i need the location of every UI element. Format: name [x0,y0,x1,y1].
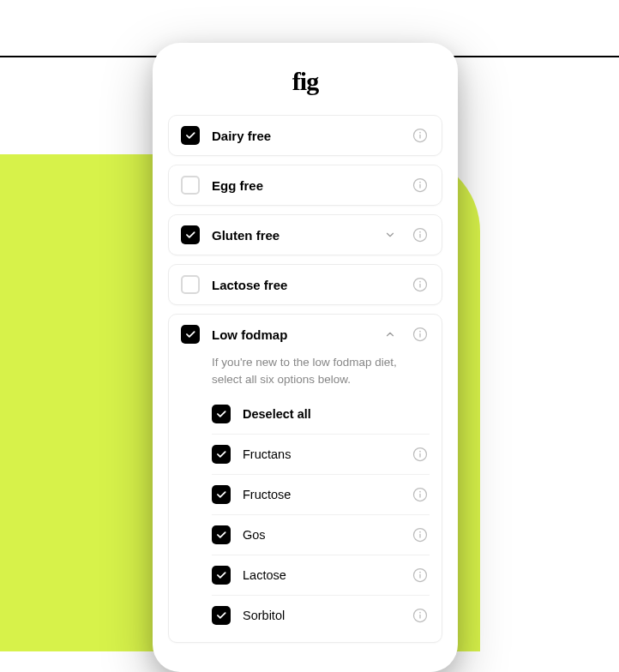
low-fodmap-hint: If you're new to the low fodmap diet, se… [212,354,430,387]
deselect-all-row[interactable]: Deselect all [212,401,430,434]
checkbox-low-fodmap[interactable] [181,325,200,344]
svg-point-22 [419,531,421,533]
deselect-all-label: Deselect all [243,407,430,421]
sub-item-label: Fructose [243,488,399,501]
svg-point-16 [419,451,421,453]
checkbox-dairy-free[interactable] [181,126,200,145]
sub-item-label: Lactose [243,568,399,582]
info-icon[interactable] [411,525,430,544]
filter-label: Gluten free [212,228,370,243]
app-header: fig [153,43,458,115]
chevron-down-icon[interactable] [382,226,399,243]
sub-item-fructose[interactable]: Fructose [212,474,430,514]
info-icon[interactable] [411,176,430,195]
checkbox-gluten-free[interactable] [181,225,200,244]
svg-point-4 [419,182,421,183]
svg-rect-11 [419,284,420,288]
checkbox-egg-free[interactable] [181,176,200,195]
info-icon[interactable] [411,325,430,344]
svg-point-28 [419,612,421,614]
sub-item-label: Fructans [243,447,399,461]
svg-point-7 [419,231,421,233]
svg-rect-17 [419,453,420,458]
filter-item-egg-free[interactable]: Egg free [168,165,442,206]
sub-item-gos[interactable]: Gos [212,514,430,555]
svg-point-10 [419,281,421,283]
svg-rect-5 [419,184,420,189]
phone-mockup: fig Dairy free Egg free [153,43,458,672]
sub-item-lactose[interactable]: Lactose [212,555,430,595]
svg-point-19 [419,491,421,493]
filter-item-low-fodmap: Low fodmap If you're new to the low fodm… [168,314,442,643]
info-icon[interactable] [411,566,430,585]
checkbox-deselect-all[interactable] [212,405,231,423]
filter-item-low-fodmap-header[interactable]: Low fodmap [169,315,442,354]
app-logo: fig [292,67,318,95]
info-icon[interactable] [411,275,430,294]
sub-item-fructans[interactable]: Fructans [212,434,430,474]
filter-label: Low fodmap [212,327,370,342]
info-icon[interactable] [411,225,430,244]
filter-item-dairy-free[interactable]: Dairy free [168,115,442,156]
info-icon[interactable] [411,606,430,625]
filter-item-gluten-free[interactable]: Gluten free [168,214,442,255]
svg-rect-23 [419,534,420,538]
info-icon[interactable] [411,445,430,464]
sub-item-sorbitol[interactable]: Sorbitol [212,595,430,635]
checkbox-fructans[interactable] [212,445,231,464]
svg-rect-29 [419,615,420,619]
checkbox-fructose[interactable] [212,485,231,504]
svg-rect-26 [419,574,420,579]
svg-point-13 [419,331,421,333]
diet-filter-list: Dairy free Egg free Gluten f [153,115,458,643]
filter-label: Lactose free [212,278,399,292]
sub-item-label: Gos [243,528,399,542]
svg-rect-8 [419,234,420,238]
svg-point-1 [419,132,421,134]
checkbox-lactose-free[interactable] [181,275,200,294]
svg-rect-2 [419,135,420,139]
filter-item-lactose-free[interactable]: Lactose free [168,264,442,305]
svg-rect-14 [419,333,420,338]
low-fodmap-sub-panel: If you're new to the low fodmap diet, se… [169,354,442,642]
checkbox-lactose[interactable] [212,566,231,585]
sub-item-label: Sorbitol [243,609,399,622]
filter-label: Egg free [212,178,399,193]
checkbox-sorbitol[interactable] [212,606,231,625]
info-icon[interactable] [411,126,430,145]
filter-label: Dairy free [212,129,399,143]
checkbox-gos[interactable] [212,525,231,544]
info-icon[interactable] [411,485,430,504]
svg-point-25 [419,572,421,573]
svg-rect-20 [419,494,420,498]
chevron-up-icon[interactable] [382,326,399,343]
